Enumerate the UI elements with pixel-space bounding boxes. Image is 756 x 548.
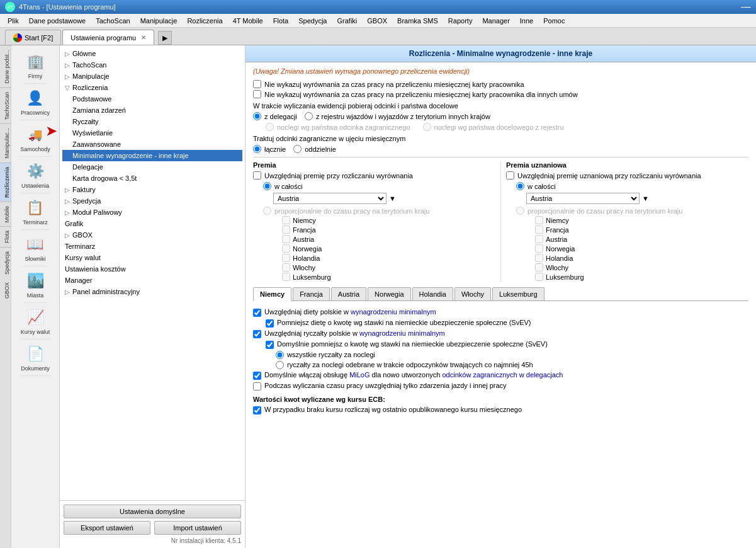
tree-node-kursy[interactable]: Kursy walut [62, 252, 242, 263]
tree-node-zaawansowane[interactable]: Zaawansowane [62, 139, 242, 150]
menu-manager[interactable]: Manager [477, 16, 514, 26]
tree-node-minimalne[interactable]: Minimalne wynagrodzenie - inne kraje [62, 150, 242, 161]
tab-holandia[interactable]: Holandia [412, 287, 453, 300]
section-mobile[interactable]: Mobile [0, 202, 11, 227]
tree-node-podstawowe[interactable]: Podstawowe [62, 93, 242, 105]
premia-left-check-austria[interactable] [282, 235, 290, 243]
tab-close-icon[interactable]: ✕ [141, 34, 146, 41]
icon-samochody[interactable]: 🚚 ➤ Samochody [19, 121, 52, 157]
tree-node-modulpal[interactable]: ▷ Moduł Paliwowy [62, 207, 242, 218]
premia-left-country-select[interactable]: Austria [273, 193, 386, 204]
tab-wlochy[interactable]: Włochy [454, 287, 491, 300]
tree-node-ustawkost[interactable]: Ustawienia kosztów [62, 263, 242, 275]
menu-grafiki[interactable]: Grafiki [332, 16, 362, 26]
radio-lacznie[interactable] [253, 145, 261, 153]
tab-check-2-input[interactable] [266, 319, 274, 328]
tree-node-ryczalty[interactable]: Ryczałty [62, 116, 242, 127]
tab-check-3-input[interactable] [253, 330, 261, 338]
tab-luksemburg[interactable]: Luksemburg [492, 287, 544, 300]
section-manipulac[interactable]: Manipulac... [0, 123, 11, 163]
tab-start[interactable]: Start [F2] [5, 30, 61, 45]
tree-node-glowne[interactable]: ▷ Główne [62, 48, 242, 59]
premia-right-check-francja[interactable] [535, 225, 543, 234]
tab-check-5-input[interactable] [253, 372, 261, 380]
tree-node-faktury[interactable]: ▷ Faktury [62, 184, 242, 195]
premia-left-prop-radio[interactable] [263, 207, 271, 215]
premia-left-wCalosci-radio[interactable] [263, 182, 271, 190]
premia-right-checkbox[interactable] [506, 171, 514, 180]
tree-node-wyswietlanie[interactable]: Wyświetlanie [62, 127, 242, 139]
tree-node-manipulacje[interactable]: ▷ Manipulacje [62, 71, 242, 82]
menu-plik[interactable]: Plik [3, 16, 24, 26]
tree-node-spedycja[interactable]: ▷ Spedycja [62, 195, 242, 207]
premia-left-check-francja[interactable] [282, 225, 290, 234]
premia-right-check-holandia[interactable] [535, 254, 543, 262]
menu-spedycja[interactable]: Spedycja [293, 16, 332, 26]
tab-norwegia[interactable]: Norwegia [368, 287, 410, 300]
tree-node-delegacje[interactable]: Delegacje [62, 161, 242, 173]
menu-4tmobile[interactable]: 4T Mobile [228, 16, 268, 26]
radio-ryczalty-45h[interactable] [276, 361, 284, 369]
premia-right-wCalosci-radio[interactable] [516, 182, 524, 190]
minimize-button[interactable]: — [741, 1, 751, 13]
premia-left-check-holandia[interactable] [282, 254, 290, 262]
premia-left-check-niemcy[interactable] [282, 216, 290, 224]
tab-check-4-input[interactable] [266, 341, 274, 349]
tab-nav-button[interactable]: ▶ [158, 31, 172, 45]
tree-node-terminarz[interactable]: Terminarz [62, 241, 242, 252]
menu-pomoc[interactable]: Pomoc [538, 16, 570, 26]
premia-right-prop-radio[interactable] [516, 207, 524, 215]
menu-bramkasms[interactable]: Bramka SMS [392, 16, 443, 26]
menu-inne[interactable]: Inne [515, 16, 538, 26]
premia-right-country-select[interactable]: Austria [526, 193, 640, 204]
checkbox-no-wyrownania-karty-input[interactable] [253, 80, 261, 88]
radio-z-rejestru[interactable] [305, 112, 313, 120]
icon-miasta[interactable]: 🏙️ Miasta [24, 267, 47, 303]
tab-ustawienia[interactable]: Ustawienia programu ✕ [62, 30, 154, 45]
tree-node-gbox[interactable]: ▷ GBOX [62, 229, 242, 241]
section-flota[interactable]: Flota [0, 226, 11, 247]
default-settings-button[interactable]: Ustawienia domyślne [64, 505, 241, 518]
menu-manipulacje[interactable]: Manipulacje [135, 16, 183, 26]
tree-node-manager[interactable]: Manager [62, 275, 242, 286]
radio-wszystkie-noclegi[interactable] [276, 351, 284, 359]
radio-oddzielnie[interactable] [293, 145, 302, 153]
radio-noclegi-odcinka[interactable] [266, 123, 274, 131]
section-dane[interactable]: Dane podst... [0, 45, 11, 88]
checkbox-no-wyrownania-inne-input[interactable] [253, 90, 261, 98]
tree-node-karta[interactable]: Karta drogowa < 3,5t [62, 173, 242, 184]
tree-node-zamiana[interactable]: Zamiana zdarzeń [62, 105, 242, 116]
tree-node-rozliczenia[interactable]: ▽ Rozliczenia [62, 82, 242, 93]
section-tachoscan[interactable]: TachoScan [0, 88, 11, 124]
wartosci-check-input[interactable] [253, 406, 261, 414]
radio-noclegi-docelowego[interactable] [423, 123, 431, 131]
tab-austria[interactable]: Austria [331, 287, 366, 300]
premia-right-check-niemcy[interactable] [535, 216, 543, 224]
menu-flota[interactable]: Flota [268, 16, 293, 26]
icon-dokumenty[interactable]: 📄 Dokumenty [20, 340, 51, 376]
premia-left-check-norwegia[interactable] [282, 244, 290, 253]
icon-kursy[interactable]: 📈 Kursy walut [20, 304, 52, 340]
import-button[interactable]: Import ustawień [154, 521, 241, 535]
tree-node-grafik[interactable]: Grafik [62, 218, 242, 229]
tab-check-6-input[interactable] [253, 382, 261, 391]
tab-check-1-input[interactable] [253, 309, 261, 317]
section-gbox[interactable]: GBOX [0, 278, 11, 302]
menu-tachoscan[interactable]: TachoScan [91, 16, 135, 26]
section-rozliczenia[interactable]: Rozliczenia [0, 163, 11, 202]
icon-pracownicy[interactable]: 👤 Pracownicy [20, 84, 51, 120]
radio-z-delegacji[interactable] [253, 112, 261, 120]
icon-ustawienia[interactable]: ⚙️ Ustawienia [20, 157, 50, 193]
section-spedycja[interactable]: Spedycja [0, 247, 11, 278]
menu-rozliczenia[interactable]: Rozliczenia [182, 16, 227, 26]
menu-gbox[interactable]: GBOX [362, 16, 392, 26]
premia-left-checkbox[interactable] [253, 171, 261, 180]
premia-right-check-norwegia[interactable] [535, 244, 543, 253]
tab-niemcy[interactable]: Niemcy [253, 287, 291, 301]
tree-node-tachoscan[interactable]: ▷ TachoScan [62, 59, 242, 71]
premia-right-check-wlochy[interactable] [535, 263, 543, 271]
premia-right-check-luksemburg[interactable] [535, 273, 543, 281]
icon-terminarz[interactable]: 📋 Terminarz [21, 194, 49, 230]
export-button[interactable]: Eksport ustawień [64, 521, 150, 535]
premia-left-check-wlochy[interactable] [282, 263, 290, 271]
